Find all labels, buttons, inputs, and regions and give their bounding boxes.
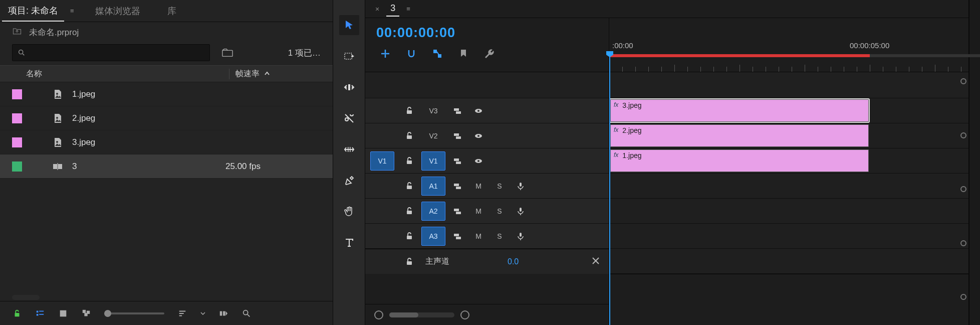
- list-view-icon[interactable]: [35, 308, 45, 318]
- track-lock-icon[interactable]: [400, 204, 418, 219]
- master-track-header[interactable]: 主声道0.0: [365, 249, 609, 274]
- fx-badge-icon[interactable]: fx: [614, 151, 618, 158]
- thumbnail-size-slider[interactable]: [104, 312, 164, 314]
- audio-track-lane[interactable]: [609, 224, 968, 249]
- voice-record-icon[interactable]: [512, 179, 530, 194]
- audio-track-lane[interactable]: [609, 174, 968, 199]
- master-volume-value[interactable]: 0.0: [508, 257, 519, 266]
- sort-menu-icon[interactable]: [177, 308, 187, 318]
- linked-selection-icon[interactable]: [431, 48, 443, 60]
- mute-button[interactable]: M: [469, 232, 487, 240]
- timeline-vertical-scrollbar[interactable]: [960, 78, 966, 300]
- audio-track-header[interactable]: A3MS: [365, 224, 609, 249]
- fx-badge-icon[interactable]: fx: [614, 126, 618, 133]
- track-select-tool[interactable]: [339, 46, 359, 66]
- slip-tool[interactable]: [339, 139, 359, 159]
- video-track-lane[interactable]: fx3.jpeg: [609, 98, 968, 123]
- tab-media-browser[interactable]: 媒体浏览器: [89, 1, 146, 21]
- track-lock-icon[interactable]: [400, 153, 418, 169]
- timeline-clip[interactable]: fx3.jpeg: [610, 99, 869, 122]
- toggle-track-output-icon[interactable]: [469, 103, 487, 118]
- marker-icon[interactable]: [457, 48, 469, 60]
- column-header-fps[interactable]: 帧速率: [229, 69, 321, 79]
- track-lock-icon[interactable]: [400, 128, 418, 143]
- timeline-clip[interactable]: fx2.jpeg: [610, 124, 869, 147]
- channel-mix-icon[interactable]: [591, 256, 601, 267]
- automate-to-sequence-icon[interactable]: [218, 308, 228, 318]
- track-target[interactable]: V3: [421, 101, 445, 120]
- track-target[interactable]: V1: [421, 151, 445, 171]
- solo-button[interactable]: S: [491, 207, 509, 215]
- timeline-clip[interactable]: fx1.jpeg: [610, 149, 869, 172]
- zoom-handle-right[interactable]: [460, 310, 469, 319]
- panel-resize-handle[interactable]: [969, 0, 980, 325]
- label-color-swatch[interactable]: [12, 137, 22, 147]
- zoom-handle-left[interactable]: [374, 310, 383, 319]
- timeline-clip-area[interactable]: :00:00 00:00:05:00 fx3.jpegfx2.jpegfx1.j…: [609, 18, 968, 325]
- sync-lock-icon[interactable]: [448, 179, 466, 194]
- project-horizontal-scrollbar[interactable]: [12, 295, 40, 300]
- source-patch[interactable]: V1: [370, 151, 394, 171]
- tab-library[interactable]: 库: [161, 1, 182, 21]
- track-lock-icon[interactable]: [400, 179, 418, 194]
- column-header-name[interactable]: 名称: [12, 69, 229, 79]
- icon-view-icon[interactable]: [58, 308, 68, 318]
- timeline-settings-icon[interactable]: [483, 48, 496, 60]
- fx-badge-icon[interactable]: fx: [614, 101, 618, 108]
- track-target[interactable]: A2: [421, 202, 445, 221]
- write-enable-icon[interactable]: [12, 308, 22, 318]
- snap-icon[interactable]: [405, 48, 417, 60]
- selection-tool[interactable]: [339, 15, 359, 35]
- timeline-hscroll-right[interactable]: [609, 274, 968, 295]
- project-tab-menu-icon[interactable]: ≡: [70, 7, 74, 15]
- voice-record-icon[interactable]: [512, 204, 530, 219]
- track-target[interactable]: V2: [421, 126, 445, 145]
- solo-button[interactable]: S: [491, 182, 509, 190]
- track-lock-icon[interactable]: [400, 103, 418, 118]
- toggle-track-output-icon[interactable]: [469, 128, 487, 143]
- mute-button[interactable]: M: [469, 182, 487, 190]
- voice-record-icon[interactable]: [512, 229, 530, 244]
- project-item-row[interactable]: 325.00 fps: [0, 154, 333, 179]
- track-target[interactable]: A1: [421, 177, 445, 196]
- toggle-track-output-icon[interactable]: [469, 153, 487, 169]
- track-lock-icon[interactable]: [400, 229, 418, 244]
- track-target[interactable]: A3: [421, 227, 445, 246]
- video-track-header[interactable]: V3: [365, 98, 609, 123]
- label-color-swatch[interactable]: [12, 161, 22, 172]
- label-color-swatch[interactable]: [12, 113, 22, 123]
- pen-tool[interactable]: [339, 171, 359, 191]
- type-tool[interactable]: [339, 233, 359, 253]
- sync-lock-icon[interactable]: [448, 229, 466, 244]
- sequence-tab-menu-icon[interactable]: ≡: [406, 5, 410, 13]
- audio-track-lane[interactable]: [609, 199, 968, 224]
- ripple-edit-tool[interactable]: [339, 77, 359, 97]
- label-color-swatch[interactable]: [12, 89, 22, 99]
- new-bin-icon[interactable]: [220, 46, 235, 59]
- time-ruler[interactable]: :00:00 00:00:05:00: [609, 18, 968, 72]
- sync-lock-icon[interactable]: [448, 128, 466, 143]
- video-track-lane[interactable]: fx2.jpeg: [609, 123, 968, 148]
- track-lock-icon[interactable]: [400, 254, 418, 269]
- search-input[interactable]: [12, 44, 210, 61]
- project-item-row[interactable]: 3.jpeg: [0, 130, 333, 154]
- audio-track-header[interactable]: A1MS: [365, 174, 609, 199]
- tab-project[interactable]: 项目: 未命名: [2, 1, 64, 22]
- insert-overwrite-icon[interactable]: [379, 48, 391, 60]
- video-track-lane[interactable]: fx1.jpeg: [609, 148, 968, 174]
- mute-button[interactable]: M: [469, 207, 487, 215]
- video-track-header[interactable]: V2: [365, 123, 609, 148]
- sequence-tab[interactable]: 3: [386, 1, 399, 17]
- sync-lock-icon[interactable]: [448, 103, 466, 118]
- sequence-tab-close-icon[interactable]: ×: [375, 5, 379, 13]
- project-item-row[interactable]: 2.jpeg: [0, 106, 333, 130]
- sync-lock-icon[interactable]: [448, 204, 466, 219]
- find-icon[interactable]: [241, 308, 252, 318]
- project-item-list[interactable]: 1.jpeg2.jpeg3.jpeg325.00 fps: [0, 82, 333, 293]
- project-item-row[interactable]: 1.jpeg: [0, 82, 333, 106]
- sync-lock-icon[interactable]: [448, 153, 466, 169]
- freeform-view-icon[interactable]: [81, 308, 91, 318]
- audio-track-header[interactable]: A2MS: [365, 199, 609, 224]
- sort-chevron-icon[interactable]: [200, 311, 205, 316]
- timeline-zoom-scrollbar-left[interactable]: [365, 304, 609, 325]
